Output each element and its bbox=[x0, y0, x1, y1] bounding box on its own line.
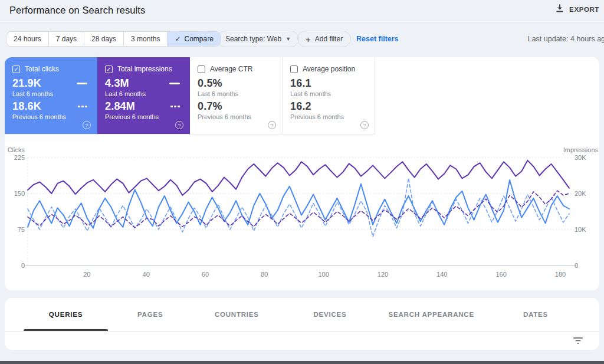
plus-icon: + bbox=[306, 35, 311, 44]
tab-label: DATES bbox=[523, 311, 548, 318]
svg-text:140: 140 bbox=[436, 271, 447, 278]
date-range-chip-group: 24 hours 7 days 28 days 3 months ✓Compar… bbox=[6, 31, 221, 47]
tab-pages[interactable]: PAGES bbox=[108, 298, 192, 331]
table-header-edge bbox=[0, 361, 604, 364]
svg-text:75: 75 bbox=[18, 226, 25, 233]
chip-28-days[interactable]: 28 days bbox=[84, 32, 123, 46]
current-caption: Last 6 months bbox=[290, 90, 367, 97]
add-filter-button[interactable]: + Add filter bbox=[297, 31, 351, 47]
dimensions-panel: QUERIES PAGES COUNTRIES DEVICES SEARCH A… bbox=[5, 298, 599, 350]
table-toolbar bbox=[5, 332, 599, 349]
previous-value: 16.2 bbox=[290, 100, 311, 113]
tab-search-appearance[interactable]: SEARCH APPEARANCE bbox=[379, 298, 484, 331]
current-value: 16.1 bbox=[290, 77, 311, 90]
help-icon[interactable]: ? bbox=[268, 121, 276, 129]
last-update-text: Last update: 4 hours ago bbox=[528, 35, 604, 43]
previous-value: 18.6K bbox=[12, 100, 41, 113]
card-label: Total impressions bbox=[117, 65, 172, 73]
tab-label: SEARCH APPEARANCE bbox=[389, 311, 474, 318]
performance-line-chart[interactable]: 22530K15020K7510K00ClicksImpressions2040… bbox=[0, 142, 604, 289]
svg-text:100: 100 bbox=[318, 271, 329, 278]
previous-value: 2.84M bbox=[105, 100, 135, 113]
chip-3-months[interactable]: 3 months bbox=[123, 32, 167, 46]
current-caption: Last 6 months bbox=[198, 90, 275, 97]
svg-text:0: 0 bbox=[575, 262, 578, 269]
tab-countries[interactable]: COUNTRIES bbox=[192, 298, 281, 331]
svg-text:150: 150 bbox=[14, 190, 25, 197]
checkbox-icon[interactable] bbox=[105, 65, 113, 73]
search-type-dropdown[interactable]: Search type: Web ▼ bbox=[217, 31, 299, 47]
chip-24-hours[interactable]: 24 hours bbox=[6, 32, 48, 46]
reset-filters-link[interactable]: Reset filters bbox=[356, 35, 399, 43]
svg-text:10K: 10K bbox=[575, 226, 586, 233]
current-caption: Last 6 months bbox=[12, 90, 90, 97]
previous-caption: Previous 6 months bbox=[198, 113, 275, 120]
svg-text:60: 60 bbox=[202, 271, 209, 278]
filter-table-icon[interactable] bbox=[573, 336, 583, 347]
tab-dates[interactable]: DATES bbox=[484, 298, 587, 331]
svg-text:20: 20 bbox=[83, 271, 90, 278]
previous-caption: Previous 6 months bbox=[290, 113, 367, 120]
svg-text:80: 80 bbox=[261, 271, 268, 278]
chip-label: 24 hours bbox=[14, 35, 41, 43]
svg-text:180: 180 bbox=[555, 271, 566, 278]
svg-text:40: 40 bbox=[143, 271, 150, 278]
chip-label: 3 months bbox=[131, 35, 160, 43]
current-value: 21.9K bbox=[12, 77, 41, 90]
svg-text:Impressions: Impressions bbox=[563, 146, 599, 153]
tab-devices[interactable]: DEVICES bbox=[281, 298, 379, 331]
chip-7-days[interactable]: 7 days bbox=[48, 32, 84, 46]
chevron-down-icon: ▼ bbox=[285, 36, 291, 42]
tab-label: DEVICES bbox=[313, 311, 346, 318]
svg-text:20K: 20K bbox=[575, 190, 586, 197]
svg-text:160: 160 bbox=[495, 271, 506, 278]
tab-queries[interactable]: QUERIES bbox=[24, 298, 108, 331]
divider bbox=[208, 32, 208, 45]
solid-line-icon bbox=[169, 83, 180, 84]
solid-line-icon bbox=[77, 83, 87, 84]
checkbox-icon[interactable] bbox=[290, 65, 298, 73]
svg-text:120: 120 bbox=[378, 271, 388, 278]
svg-text:0: 0 bbox=[21, 262, 25, 269]
current-value: 0.5% bbox=[198, 77, 222, 90]
checkbox-icon[interactable] bbox=[198, 65, 205, 73]
metric-cards-row: Total clicks 21.9K Last 6 months 18.6K P… bbox=[5, 57, 375, 135]
previous-value: 0.7% bbox=[198, 100, 222, 113]
average-ctr-card[interactable]: Average CTR 0.5% Last 6 months 0.7% Prev… bbox=[190, 57, 283, 135]
chip-label: 28 days bbox=[91, 35, 116, 43]
help-icon[interactable]: ? bbox=[175, 121, 183, 129]
card-label: Average CTR bbox=[210, 65, 252, 73]
checkbox-icon[interactable] bbox=[12, 65, 20, 73]
card-label: Average position bbox=[303, 65, 355, 73]
page-title: Performance on Search results bbox=[9, 5, 145, 16]
tab-label: PAGES bbox=[137, 311, 163, 318]
dashed-line-icon bbox=[78, 106, 87, 107]
svg-text:Clicks: Clicks bbox=[8, 146, 25, 153]
help-icon[interactable]: ? bbox=[360, 121, 369, 129]
tab-label: COUNTRIES bbox=[215, 311, 259, 318]
download-icon bbox=[556, 4, 564, 14]
dimension-tabs: QUERIES PAGES COUNTRIES DEVICES SEARCH A… bbox=[5, 298, 599, 332]
check-icon: ✓ bbox=[175, 35, 180, 43]
current-value: 4.3M bbox=[105, 77, 129, 90]
previous-caption: Previous 6 months bbox=[105, 113, 182, 120]
chip-compare[interactable]: ✓Compare bbox=[167, 32, 220, 46]
current-caption: Last 6 months bbox=[105, 90, 182, 97]
chip-label: 7 days bbox=[56, 35, 77, 43]
chip-label: Compare bbox=[185, 35, 214, 43]
app-header: Performance on Search results EXPORT bbox=[0, 0, 604, 22]
search-type-label: Search type: Web bbox=[225, 35, 281, 43]
dashed-line-icon bbox=[170, 106, 180, 107]
svg-text:30K: 30K bbox=[575, 154, 586, 161]
previous-caption: Previous 6 months bbox=[12, 113, 90, 120]
tab-label: QUERIES bbox=[49, 311, 83, 318]
average-position-card[interactable]: Average position 16.1 Last 6 months 16.2… bbox=[283, 57, 375, 135]
card-label: Total clicks bbox=[25, 65, 59, 73]
svg-text:225: 225 bbox=[14, 154, 25, 161]
total-clicks-card[interactable]: Total clicks 21.9K Last 6 months 18.6K P… bbox=[5, 57, 97, 135]
help-icon[interactable]: ? bbox=[83, 121, 91, 129]
add-filter-label: Add filter bbox=[315, 35, 343, 43]
total-impressions-card[interactable]: Total impressions 4.3M Last 6 months 2.8… bbox=[97, 57, 190, 135]
export-label: EXPORT bbox=[569, 6, 599, 13]
export-button[interactable]: EXPORT bbox=[556, 4, 599, 14]
